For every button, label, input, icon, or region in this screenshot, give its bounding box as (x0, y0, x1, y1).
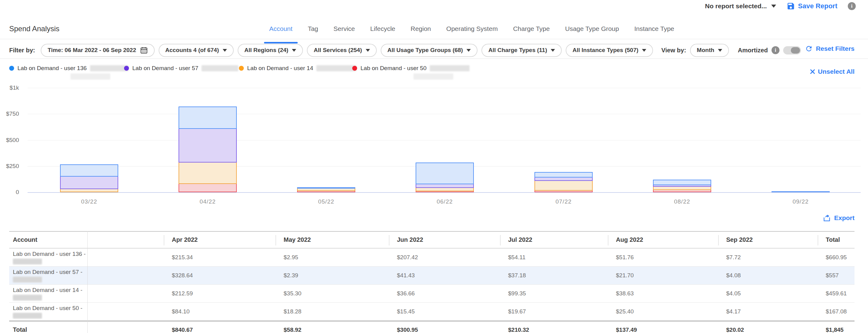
table-total-row: Total$840.67$58.92$300.95$210.32$137.49$… (9, 321, 855, 333)
value-cell: $54.11 (500, 254, 608, 261)
value-cell: $207.42 (389, 254, 500, 261)
total-value-cell: $58.92 (276, 327, 389, 333)
column-header-sep-2022: Sep 2022 (718, 232, 818, 248)
redacted-text (13, 259, 42, 264)
value-cell: $660.95 (818, 254, 855, 261)
column-header-aug-2022: Aug 2022 (608, 232, 718, 248)
x-axis-tick: 03/22 (81, 198, 97, 205)
value-cell: $99.35 (500, 290, 608, 297)
value-cell: $459.61 (818, 290, 855, 297)
y-axis-tick: $250 (0, 163, 19, 170)
value-cell: $21.70 (608, 272, 718, 279)
bar-segment-blue-07-22[interactable] (534, 172, 593, 177)
value-cell: $15.45 (389, 308, 500, 315)
gridline (28, 88, 861, 88)
gridline (28, 114, 861, 114)
table-row: Lab on Demand - user 136 -$215.34$2.95$2… (9, 248, 855, 267)
value-cell: $7.72 (718, 254, 818, 261)
export-label: Export (834, 214, 855, 222)
value-cell: $35.30 (276, 290, 389, 297)
y-axis-tick: $1k (0, 85, 19, 91)
total-value-cell: $210.32 (500, 327, 608, 333)
y-axis-tick: $750 (0, 110, 19, 117)
value-cell: $4.08 (718, 272, 818, 279)
total-value-cell: $1,845 (818, 327, 855, 333)
column-header-account: Account (9, 232, 87, 248)
value-cell: $4.17 (718, 308, 818, 315)
bar-segment-red-04-22[interactable] (179, 183, 237, 192)
gridline (28, 140, 861, 140)
bar-segment-purple-03-22[interactable] (60, 176, 118, 189)
value-cell: $215.34 (164, 254, 276, 261)
redacted-text (13, 313, 42, 319)
value-cell: $37.18 (500, 272, 608, 279)
export-icon (823, 213, 831, 222)
bar-segment-orange-07-22[interactable] (534, 180, 593, 191)
bar-segment-blue-03-22[interactable] (60, 164, 118, 176)
account-cell: Lab on Demand - user 57 - (9, 268, 87, 282)
column-header-total: Total (818, 232, 855, 248)
column-header-may-2022: May 2022 (276, 232, 389, 248)
value-cell: $18.28 (276, 308, 389, 315)
value-cell: $38.63 (608, 290, 718, 297)
value-cell: $51.76 (608, 254, 718, 261)
value-cell: $25.40 (608, 308, 718, 315)
bar-segment-blue-08-22[interactable] (653, 180, 711, 185)
x-axis-tick: 06/22 (437, 198, 453, 205)
bar-segment-orange-04-22[interactable] (179, 162, 237, 184)
table-row: Lab on Demand - user 14 -$212.59$35.30$3… (9, 285, 855, 303)
total-label: Total (9, 326, 87, 333)
value-cell: $212.59 (164, 290, 276, 297)
value-cell: $84.10 (164, 308, 276, 315)
bar-segment-blue-05-22[interactable] (297, 187, 355, 189)
spend-bar-chart: $1k$750$500$250003/2204/2205/2206/2207/2… (0, 0, 868, 214)
account-cell: Lab on Demand - user 50 - (9, 304, 87, 319)
column-header-jul-2022: Jul 2022 (500, 232, 608, 248)
spend-analysis-page: No report selected... Save Report i Spen… (0, 0, 868, 333)
x-axis-tick: 07/22 (556, 198, 572, 205)
account-cell: Lab on Demand - user 14 - (9, 287, 87, 301)
bar-segment-purple-06-22[interactable] (415, 184, 474, 188)
export-button[interactable]: Export (823, 213, 855, 222)
total-value-cell: $300.95 (389, 327, 500, 333)
x-axis-tick: 04/22 (200, 198, 216, 205)
account-cell: Lab on Demand - user 136 - (9, 251, 87, 264)
value-cell: $167.08 (818, 308, 855, 315)
spend-table: AccountApr 2022May 2022Jun 2022Jul 2022A… (9, 231, 855, 333)
y-axis-tick: $500 (0, 137, 19, 143)
redacted-text (13, 277, 42, 282)
table-row: Lab on Demand - user 57 -$328.64$2.39$41… (9, 267, 855, 285)
account-column-divider (87, 231, 88, 333)
column-header-apr-2022: Apr 2022 (164, 232, 276, 248)
value-cell: $557 (818, 272, 855, 279)
value-cell: $2.95 (276, 254, 389, 261)
bar-segment-blue-06-22[interactable] (415, 163, 474, 184)
value-cell: $328.64 (164, 272, 276, 279)
column-header-jun-2022: Jun 2022 (389, 232, 500, 248)
value-cell: $19.67 (500, 308, 608, 315)
value-cell: $41.43 (389, 272, 500, 279)
total-value-cell: $137.49 (608, 327, 718, 333)
value-cell: $36.66 (389, 290, 500, 297)
x-axis-tick: 09/22 (793, 198, 809, 205)
bar-segment-blue-04-22[interactable] (179, 106, 237, 129)
total-value-cell: $20.02 (718, 327, 818, 333)
table-row: Lab on Demand - user 50 -$84.10$18.28$15… (9, 303, 855, 321)
table-header-row: AccountApr 2022May 2022Jun 2022Jul 2022A… (9, 231, 855, 248)
bar-segment-purple-04-22[interactable] (179, 128, 237, 163)
total-value-cell: $840.67 (164, 327, 276, 333)
redacted-text (13, 295, 42, 301)
value-cell: $4.05 (718, 290, 818, 297)
x-axis-tick: 08/22 (674, 198, 690, 205)
x-axis-tick: 05/22 (318, 198, 335, 205)
x-axis-line (28, 192, 861, 193)
y-axis-tick: 0 (0, 189, 19, 196)
value-cell: $2.39 (276, 272, 389, 279)
